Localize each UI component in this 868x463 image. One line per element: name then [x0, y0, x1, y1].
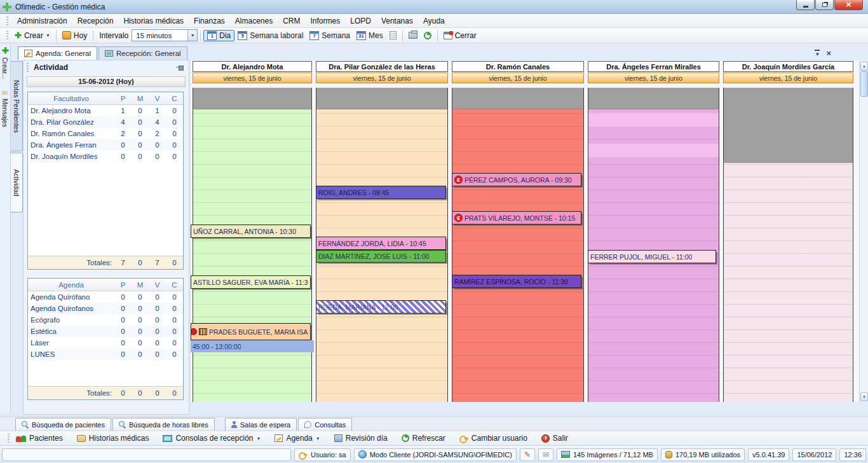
table-row[interactable]: Láser 0 0 0 0: [28, 337, 183, 349]
doctor-column-date[interactable]: viernes, 15 de junio: [723, 73, 853, 83]
scroll-up-button[interactable]: ▲: [860, 62, 868, 71]
pacientes-button[interactable]: Pacientes: [16, 434, 63, 443]
appointment[interactable]: PRADES BUGUETE, MARIA ISABEL -: [191, 323, 311, 340]
image-icon: [561, 451, 570, 458]
intervalo-select[interactable]: 15 minutos: [132, 29, 198, 41]
table-row[interactable]: Dra. Ángeles Ferran 0 0 0 0: [28, 139, 183, 151]
selected-timeslot[interactable]: 45:00 - 13:00:00: [191, 340, 314, 352]
table-row[interactable]: Dra. Pilar González 4 0 4 0: [28, 116, 183, 128]
agenda-button[interactable]: Agenda: [275, 434, 320, 443]
historias-medicas-button[interactable]: Historias médicas: [77, 434, 149, 443]
menu-recepcion[interactable]: Recepción: [72, 15, 119, 27]
hoy-button[interactable]: Hoy: [59, 30, 90, 41]
cambiar-usuario-button[interactable]: Cambiar usuario: [459, 434, 527, 443]
view-mes-button[interactable]: 31 Mes: [353, 31, 386, 41]
combo-arrow-button[interactable]: [187, 30, 197, 41]
appointment[interactable]: ASTILLO SAGUER, EVA MARÍA - 11:30: [191, 275, 311, 289]
doctor-column-header[interactable]: Dr. Alejandro Mota: [193, 61, 312, 72]
crear-button[interactable]: Crear: [11, 30, 53, 41]
close-button[interactable]: ✕: [834, 0, 863, 10]
tab-busqueda-horas-libres[interactable]: Búsqueda de horas libres: [112, 418, 215, 431]
view-semana-laboral-button[interactable]: 5 Semana laboral: [234, 31, 306, 41]
tab-recepcion-general[interactable]: Recepción: General: [98, 46, 187, 60]
tab-busqueda-pacientes[interactable]: Búsqueda de pacientes: [15, 418, 111, 431]
appointment-tentative[interactable]: RUEDA, MARIANA - 12:00: [316, 300, 446, 314]
appointment[interactable]: FERRER PUJOL, MIGUEL - 11:00: [588, 250, 716, 263]
doctor-column-date[interactable]: viernes, 15 de junio: [452, 73, 584, 83]
print-button[interactable]: [405, 31, 421, 40]
tab-consultas[interactable]: Consultas: [298, 418, 352, 431]
appointment[interactable]: ROIG, ANDRES - 09:45: [316, 186, 446, 199]
intervalo-label: Intervalo: [96, 30, 132, 41]
table-row[interactable]: Ecógrafo 0 0 0 0: [28, 314, 183, 326]
revision-dia-button[interactable]: Revisión día: [334, 434, 388, 443]
menu-historias-medicas[interactable]: Historias médicas: [118, 15, 189, 27]
key-icon: [459, 435, 468, 441]
minimize-button[interactable]: [796, 0, 815, 10]
menu-ayuda[interactable]: Ayuda: [418, 15, 450, 27]
tabstrip-dropdown-icon[interactable]: [815, 49, 820, 58]
doctor-column-date[interactable]: viernes, 15 de junio: [193, 73, 312, 83]
menu-finanzas[interactable]: Finanzas: [189, 15, 230, 27]
table-row[interactable]: LUNES 0 0 0 0: [28, 349, 183, 360]
consolas-recepcion-button[interactable]: Consolas de recepción: [163, 434, 261, 443]
table-row[interactable]: Dr. Alejandro Mota 1 0 1 0: [28, 105, 183, 116]
edit-note-button[interactable]: [520, 448, 535, 461]
tab-agenda-general[interactable]: Agenda: General: [18, 46, 97, 60]
doctor-column-header[interactable]: Dr. Joaquín Mordiles García: [723, 61, 853, 72]
view-semana-button[interactable]: 7 Semana: [306, 31, 353, 41]
time-grid[interactable]: [588, 88, 719, 402]
menu-crm[interactable]: CRM: [278, 15, 305, 27]
table-row[interactable]: Dr. Joaquín Mordiles 0 0 0 0: [28, 151, 183, 162]
menu-informes[interactable]: Informes: [306, 15, 346, 27]
mensajes-vertical-button[interactable]: Mensajes: [1, 99, 9, 127]
cerrar-button[interactable]: Cerrar: [440, 30, 480, 41]
menu-administracion[interactable]: Administración: [12, 15, 72, 27]
side-tab-notas-pendientes[interactable]: Notas Pendientes: [11, 61, 23, 151]
today-icon: [62, 31, 71, 39]
table-row[interactable]: Agenda Quirofanos 0 0 0 0: [28, 303, 183, 314]
plus-icon[interactable]: [2, 47, 9, 55]
doctor-column-date[interactable]: viernes, 15 de junio: [316, 73, 448, 83]
crear-vertical-button[interactable]: Crear...: [1, 57, 9, 79]
appointment[interactable]: FERNÁNDEZ JORDÁ, LIDIA - 10:45: [316, 237, 446, 250]
doctor-column-header[interactable]: Dr. Ramón Canales: [452, 61, 584, 72]
doctor-column-header[interactable]: Dra. Ángeles Ferran Miralles: [588, 61, 719, 72]
menu-ventanas[interactable]: Ventanas: [376, 15, 418, 27]
salir-button[interactable]: Salir: [541, 434, 568, 443]
pin-icon[interactable]: [176, 64, 184, 71]
mail-icon[interactable]: [2, 89, 8, 97]
messages-button[interactable]: [538, 448, 553, 461]
status-fecha: 15/06/2012: [792, 448, 836, 461]
table-row[interactable]: Dr. Ramón Canales 2 0 2 0: [28, 128, 183, 139]
refrescar-button[interactable]: Refrescar: [402, 434, 445, 443]
appointment[interactable]: € PÉREZ CAMPOS, AURORA - 09:30: [452, 173, 581, 186]
scrollbar-thumb[interactable]: [860, 71, 868, 97]
time-grid[interactable]: [193, 88, 312, 402]
appointment[interactable]: DIAZ MARTINEZ, JOSE LUIS - 11:00: [316, 250, 446, 263]
tabstrip-close-icon[interactable]: [826, 48, 831, 58]
menu-lopd[interactable]: LOPD: [345, 15, 376, 27]
calendar-7-icon: 7: [309, 31, 319, 40]
calendar-vertical-scrollbar[interactable]: ▲ ▼: [859, 61, 868, 402]
appointment[interactable]: RAMÍREZ ESPINOSA, ROCÍO - 11:30: [452, 275, 581, 288]
pencil-icon: [524, 450, 531, 459]
appointment[interactable]: UÑOZ CARRAL, ANTONIA - 10:30: [191, 225, 311, 238]
doctor-column-date[interactable]: viernes, 15 de junio: [588, 73, 719, 83]
time-grid[interactable]: [452, 88, 584, 402]
tab-salas-de-espera[interactable]: Salas de espera: [225, 418, 297, 431]
scroll-down-button[interactable]: ▼: [860, 392, 868, 401]
view-dia-button[interactable]: 1 Dia: [203, 30, 234, 41]
restore-button[interactable]: [815, 0, 834, 10]
recepcion-tab-icon: [105, 50, 113, 57]
notes-button[interactable]: [386, 30, 400, 41]
appointment[interactable]: € PRATS VILAREJO, MONTSE - 10:15: [452, 211, 581, 225]
doctor-column-header[interactable]: Dra. Pilar González de las Heras: [316, 61, 448, 72]
menu-almacenes[interactable]: Almacenes: [230, 15, 278, 27]
side-tab-actividad[interactable]: Actividad: [11, 153, 23, 212]
monitor-icon: [163, 435, 172, 442]
table-row[interactable]: Estética 0 0 0 0: [28, 326, 183, 337]
table-row[interactable]: Agenda Quirófano 0 0 0 0: [28, 291, 183, 303]
app-logo-icon: [3, 3, 11, 11]
refresh-button[interactable]: [421, 31, 435, 41]
